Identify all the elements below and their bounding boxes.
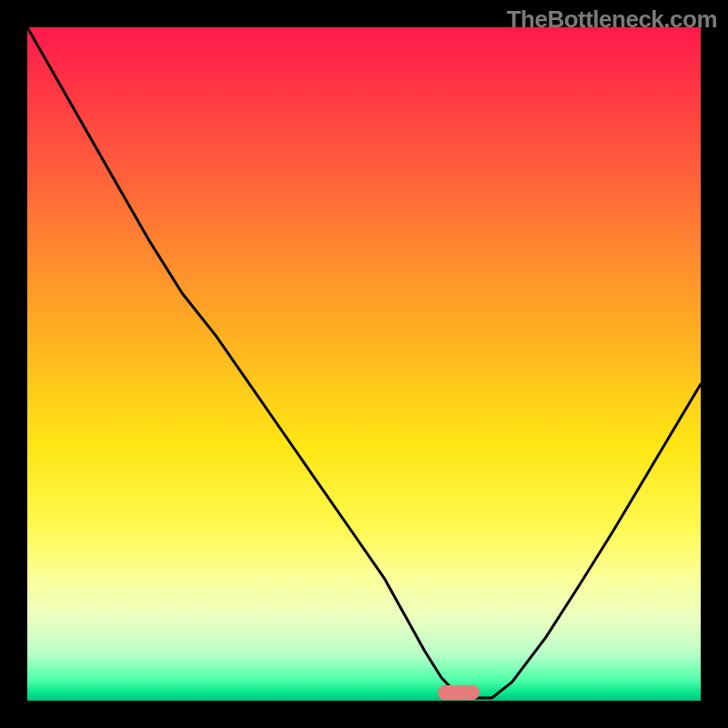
bottleneck-curve bbox=[27, 27, 701, 701]
chart-frame: TheBottleneck.com bbox=[0, 0, 728, 728]
optimum-marker bbox=[438, 685, 480, 700]
plot-area bbox=[27, 27, 701, 701]
